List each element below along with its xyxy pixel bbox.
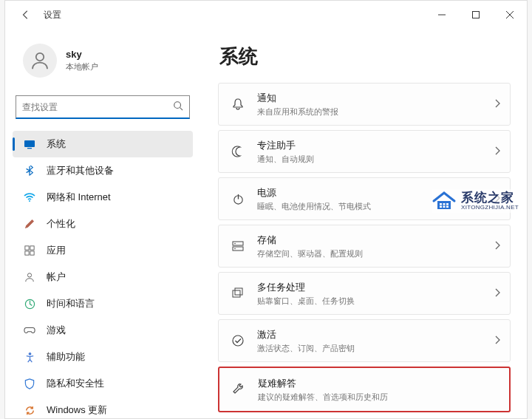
row-subtitle: 来自应用和系统的警报 <box>257 106 482 117</box>
sidebar-item-system[interactable]: 系统 <box>13 131 193 157</box>
titlebar: 设置 <box>5 1 527 29</box>
settings-list: 通知来自应用和系统的警报 专注助手通知、自动规则 电源睡眠、电池使用情况、节电模… <box>218 83 511 418</box>
row-multitasking[interactable]: 多任务处理贴靠窗口、桌面、任务切换 <box>218 272 511 315</box>
row-activation[interactable]: 激活激活状态、订阅、产品密钥 <box>218 319 511 362</box>
accessibility-icon <box>23 350 36 364</box>
svg-point-7 <box>29 200 30 202</box>
row-troubleshoot[interactable]: 疑难解答建议的疑难解答、首选项和历史和历 <box>218 367 511 412</box>
row-title: 多任务处理 <box>257 281 482 294</box>
svg-rect-21 <box>233 290 240 297</box>
row-title: 激活 <box>257 328 482 341</box>
sidebar-item-label: Windows 更新 <box>47 403 107 415</box>
svg-rect-11 <box>30 251 34 255</box>
avatar <box>23 44 57 78</box>
svg-rect-25 <box>440 203 442 205</box>
apps-icon <box>23 244 36 257</box>
svg-rect-27 <box>446 203 449 205</box>
svg-rect-6 <box>27 148 32 149</box>
sidebar-item-accounts[interactable]: 帐户 <box>13 264 193 290</box>
nav-list: 系统 蓝牙和其他设备 网络和 Internet 个性化 应用 <box>13 131 193 415</box>
svg-point-2 <box>36 53 44 61</box>
svg-rect-26 <box>443 203 446 205</box>
row-focus-assist[interactable]: 专注助手通知、自动规则 <box>218 130 511 173</box>
svg-point-12 <box>27 273 31 277</box>
sidebar-item-accessibility[interactable]: 辅助功能 <box>13 344 193 370</box>
shield-icon <box>23 377 36 390</box>
sidebar-item-time-language[interactable]: 时间和语言 <box>13 290 193 317</box>
svg-rect-18 <box>233 247 243 251</box>
chevron-right-icon <box>494 239 501 253</box>
user-meta: sky 本地帐户 <box>66 49 98 72</box>
svg-rect-10 <box>25 251 29 255</box>
sidebar-item-label: 游戏 <box>47 324 66 337</box>
bell-icon <box>231 97 245 112</box>
watermark-en: XITONGZHIJIA.NET <box>461 205 519 211</box>
bluetooth-icon <box>23 164 36 177</box>
row-storage[interactable]: 存储存储空间、驱动器、配置规则 <box>218 225 511 268</box>
row-notifications[interactable]: 通知来自应用和系统的警报 <box>218 83 511 126</box>
power-icon <box>231 191 245 206</box>
maximize-button[interactable] <box>459 1 493 29</box>
multitask-icon <box>231 286 245 301</box>
sidebar-item-personalization[interactable]: 个性化 <box>13 211 193 237</box>
window-controls <box>425 1 527 29</box>
svg-line-4 <box>180 107 183 110</box>
chevron-right-icon <box>494 334 501 347</box>
content: sky 本地帐户 系统 蓝牙和其他设备 <box>5 29 527 418</box>
sidebar-item-bluetooth[interactable]: 蓝牙和其他设备 <box>13 157 193 184</box>
sidebar-item-apps[interactable]: 应用 <box>13 237 193 264</box>
page-title: 系统 <box>219 44 511 69</box>
row-subtitle: 通知、自动规则 <box>257 154 482 165</box>
row-subtitle: 贴靠窗口、桌面、任务切换 <box>257 296 482 307</box>
sidebar-item-privacy[interactable]: 隐私和安全性 <box>13 370 193 397</box>
sidebar-item-label: 辅助功能 <box>47 350 85 364</box>
row-subtitle: 存储空间、驱动器、配置规则 <box>257 248 482 259</box>
svg-rect-28 <box>440 206 442 208</box>
sidebar-item-label: 个性化 <box>47 217 75 231</box>
house-icon <box>432 191 457 211</box>
update-icon <box>23 403 36 415</box>
globe-clock-icon <box>23 297 36 310</box>
svg-rect-17 <box>233 242 243 245</box>
svg-point-19 <box>234 243 236 245</box>
wrench-icon <box>231 382 246 397</box>
svg-rect-5 <box>24 140 35 147</box>
chevron-right-icon <box>494 287 501 300</box>
sidebar-item-label: 蓝牙和其他设备 <box>47 164 114 177</box>
search-icon <box>173 101 183 114</box>
display-icon <box>23 137 36 151</box>
chevron-right-icon <box>494 98 501 111</box>
svg-rect-30 <box>446 206 449 208</box>
sidebar-item-label: 系统 <box>47 137 66 151</box>
moon-icon <box>231 144 245 159</box>
sidebar-item-gaming[interactable]: 游戏 <box>13 317 193 344</box>
user-info[interactable]: sky 本地帐户 <box>13 41 193 91</box>
svg-point-20 <box>234 248 236 250</box>
svg-rect-29 <box>443 206 446 208</box>
sidebar-item-label: 帐户 <box>47 270 66 284</box>
account-type: 本地帐户 <box>66 61 98 72</box>
watermark: 系统之家 XITONGZHIJIA.NET <box>432 189 519 213</box>
svg-rect-22 <box>235 288 242 295</box>
sidebar-item-network[interactable]: 网络和 Internet <box>13 184 193 211</box>
close-button[interactable] <box>493 1 527 29</box>
search-input[interactable] <box>22 102 173 112</box>
row-subtitle: 激活状态、订阅、产品密钥 <box>257 343 482 354</box>
sidebar-item-windows-update[interactable]: Windows 更新 <box>13 397 193 415</box>
storage-icon <box>231 239 245 253</box>
sidebar-item-label: 应用 <box>47 244 66 257</box>
row-title: 疑难解答 <box>258 377 500 390</box>
minimize-button[interactable] <box>425 1 459 29</box>
svg-point-14 <box>28 352 31 355</box>
row-title: 通知 <box>257 92 482 105</box>
row-subtitle: 建议的疑难解答、首选项和历史和历 <box>258 392 500 403</box>
svg-point-23 <box>233 335 243 346</box>
back-button[interactable] <box>17 6 35 24</box>
wifi-icon <box>23 191 36 204</box>
search-box[interactable] <box>16 95 190 119</box>
sidebar-item-label: 网络和 Internet <box>47 191 111 204</box>
row-title: 存储 <box>257 234 482 247</box>
main-panel: 系统 通知来自应用和系统的警报 专注助手通知、自动规则 电源睡眠、电池使用情况、… <box>200 29 527 418</box>
svg-rect-9 <box>30 246 34 250</box>
username: sky <box>66 49 98 60</box>
